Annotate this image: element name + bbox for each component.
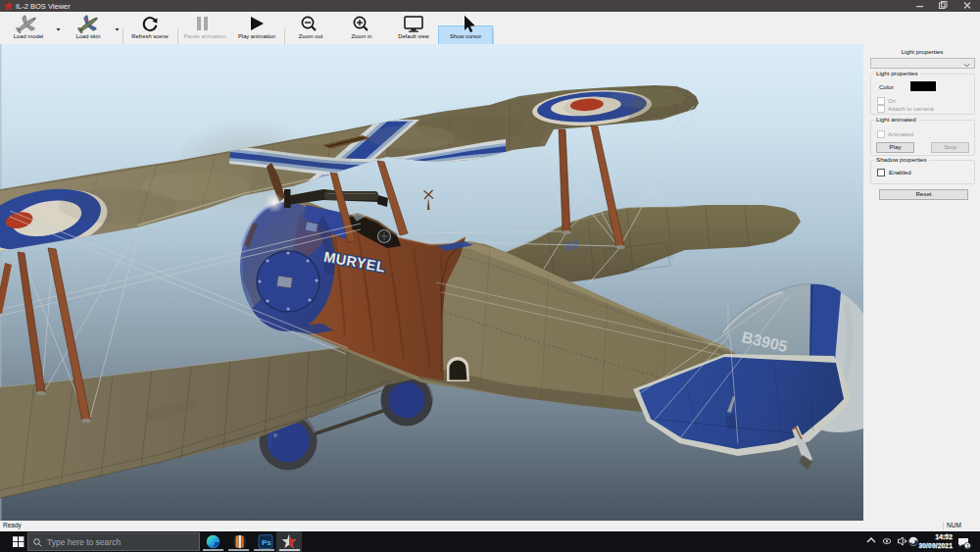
svg-text:Ps: Ps <box>262 538 271 547</box>
